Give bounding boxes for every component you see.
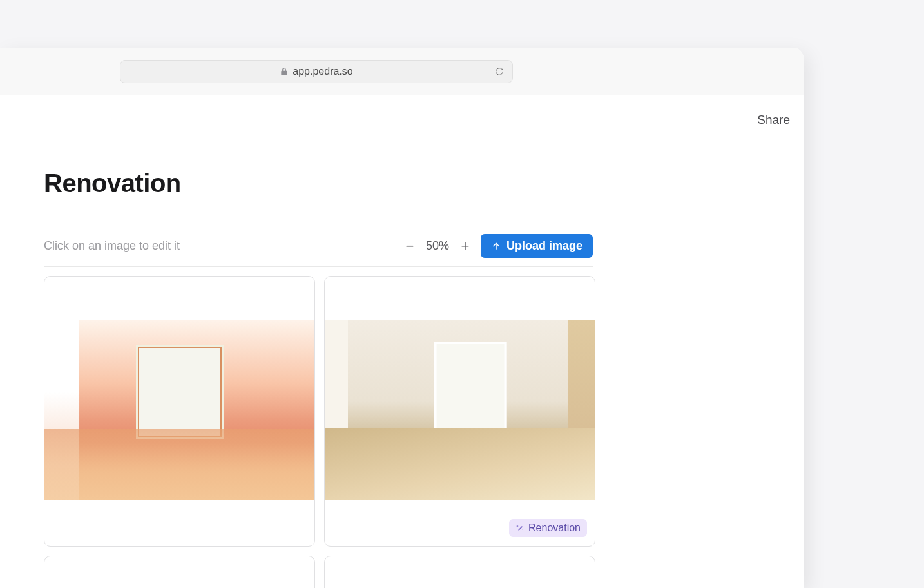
page-title: Renovation: [44, 169, 760, 198]
browser-chrome: app.pedra.so: [0, 48, 804, 95]
upload-button-label: Upload image: [506, 239, 582, 253]
magic-wand-icon: [515, 524, 525, 533]
badge-label: Renovation: [528, 522, 581, 534]
zoom-out-button[interactable]: −: [403, 238, 416, 255]
image-thumbnail: [44, 320, 314, 500]
image-card[interactable]: Renovation: [324, 276, 595, 547]
lock-icon: [280, 67, 289, 76]
image-card[interactable]: [44, 276, 315, 547]
main-area: Renovation Click on an image to edit it …: [0, 95, 804, 588]
toolbar-right: − 50% + Upload image: [403, 234, 593, 258]
image-thumbnail: [325, 320, 595, 500]
toolbar: Click on an image to edit it − 50% + Upl…: [44, 234, 593, 267]
renovation-badge: Renovation: [509, 519, 587, 537]
image-grid: Renovation: [44, 276, 598, 588]
zoom-controls: − 50% +: [403, 238, 472, 255]
zoom-value: 50%: [424, 239, 451, 253]
browser-window: app.pedra.so Share Renovation Click on a…: [0, 48, 804, 588]
page-content: Share Renovation Click on an image to ed…: [0, 95, 804, 588]
url-bar[interactable]: app.pedra.so: [120, 60, 513, 83]
upload-image-button[interactable]: Upload image: [481, 234, 593, 258]
url-text: app.pedra.so: [293, 66, 352, 77]
zoom-in-button[interactable]: +: [459, 238, 472, 255]
reload-icon[interactable]: [494, 66, 505, 77]
image-card[interactable]: [324, 556, 595, 588]
image-card[interactable]: [44, 556, 315, 588]
upload-icon: [491, 241, 501, 251]
url-content: app.pedra.so: [280, 66, 352, 77]
hint-text: Click on an image to edit it: [44, 239, 180, 253]
share-link[interactable]: Share: [757, 113, 790, 127]
